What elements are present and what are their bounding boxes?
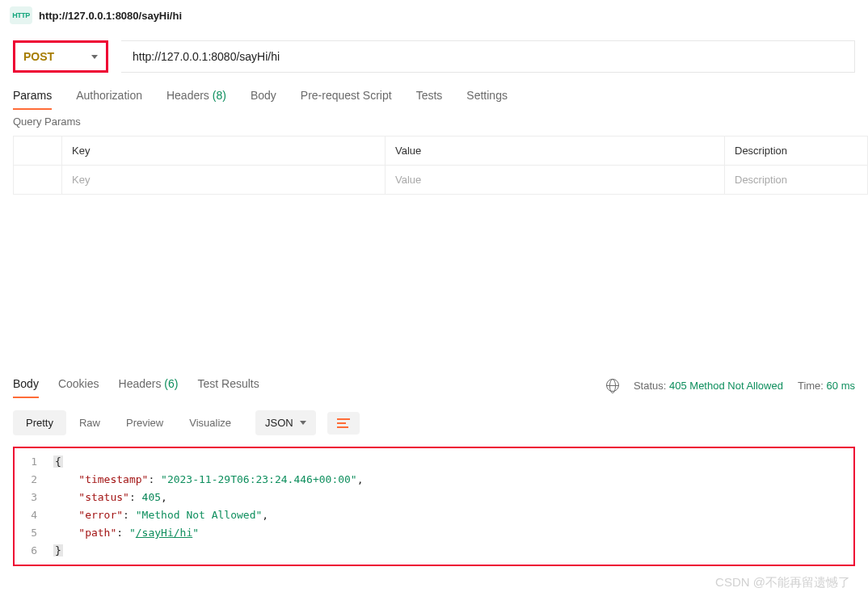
response-tabs: Body Cookies Headers (6) Test Results xyxy=(13,372,279,398)
json-key-status: "status" xyxy=(78,491,129,503)
value-cell[interactable]: Value xyxy=(386,166,725,195)
status-block: Status: 405 Method Not Allowed xyxy=(634,380,783,392)
response-toolbar: Pretty Raw Preview Visualize JSON xyxy=(13,399,855,447)
response-tab-test-results[interactable]: Test Results xyxy=(197,372,259,398)
http-badge-text: HTTP xyxy=(12,11,30,19)
code-line-2: "timestamp": "2023-11-29T06:23:24.446+00… xyxy=(53,471,853,489)
code-content: { "timestamp": "2023-11-29T06:23:24.446+… xyxy=(47,453,853,560)
code-line-4: "error": "Method Not Allowed", xyxy=(53,506,853,524)
wrap-lines-button[interactable] xyxy=(327,412,360,435)
description-header: Description xyxy=(725,136,868,166)
tab-params[interactable]: Params xyxy=(13,84,52,110)
line-numbers: 1 2 3 4 5 6 xyxy=(15,453,47,560)
http-badge-icon: HTTP xyxy=(10,6,32,24)
tab-pre-request[interactable]: Pre-request Script xyxy=(301,84,392,110)
line-number: 3 xyxy=(15,489,37,506)
time-block: Time: 60 ms xyxy=(798,380,855,392)
line-number: 4 xyxy=(15,506,37,524)
checkbox-header xyxy=(14,136,62,166)
json-key-timestamp: "timestamp" xyxy=(78,473,148,485)
response-tab-headers-label: Headers xyxy=(119,377,162,390)
raw-button[interactable]: Raw xyxy=(66,410,113,435)
json-val-error: "Method Not Allowed" xyxy=(136,509,263,521)
response-body-container: 1 2 3 4 5 6 { "timestamp": "2023-11-29T0… xyxy=(13,447,855,566)
response-meta: Status: 405 Method Not Allowed Time: 60 … xyxy=(606,379,855,392)
line-number: 5 xyxy=(15,524,37,542)
line-number: 1 xyxy=(15,453,37,471)
tab-settings[interactable]: Settings xyxy=(466,84,508,110)
response-tab-headers[interactable]: Headers (6) xyxy=(119,372,179,398)
tab-authorization[interactable]: Authorization xyxy=(76,84,142,110)
request-tabs: Params Authorization Headers (8) Body Pr… xyxy=(0,73,868,111)
time-value: 60 ms xyxy=(827,380,855,392)
format-text: JSON xyxy=(265,417,293,429)
json-val-status: 405 xyxy=(142,491,161,503)
tab-header: HTTP http://127.0.0.1:8080/sayHi/hi xyxy=(0,0,868,31)
key-header: Key xyxy=(62,136,386,166)
preview-button[interactable]: Preview xyxy=(113,410,176,435)
params-table: Key Value Description Key Value Descript… xyxy=(13,136,868,195)
json-val-path-q1: " xyxy=(129,527,136,539)
description-cell[interactable]: Description xyxy=(725,166,868,195)
json-key-error: "error" xyxy=(78,509,123,521)
value-header: Value xyxy=(386,136,725,166)
line-number: 6 xyxy=(15,542,37,560)
pretty-button[interactable]: Pretty xyxy=(13,410,66,435)
json-val-path-q2: " xyxy=(192,527,199,539)
json-val-timestamp: "2023-11-29T06:23:24.446+00:00" xyxy=(161,473,357,485)
code-line-5: "path": "/sayHi/hi" xyxy=(53,524,853,542)
key-cell[interactable]: Key xyxy=(62,166,386,195)
tab-headers[interactable]: Headers (8) xyxy=(166,84,226,110)
response-section: Body Cookies Headers (6) Test Results St… xyxy=(0,372,868,566)
query-params-title: Query Params xyxy=(0,111,868,136)
globe-icon[interactable] xyxy=(606,379,619,392)
method-text: POST xyxy=(23,50,54,63)
time-label: Time: xyxy=(798,380,824,392)
table-row[interactable]: Key Value Description xyxy=(14,166,868,195)
tab-headers-count: (8) xyxy=(213,89,226,102)
format-select[interactable]: JSON xyxy=(255,410,316,435)
json-val-path-link: /sayHi/hi xyxy=(136,527,192,539)
code-line-6: } xyxy=(53,542,853,560)
response-header: Body Cookies Headers (6) Test Results St… xyxy=(13,372,855,399)
status-label: Status: xyxy=(634,380,666,392)
http-method-select[interactable]: POST xyxy=(13,40,108,73)
response-tab-body[interactable]: Body xyxy=(13,372,39,398)
tab-headers-label: Headers xyxy=(166,89,209,102)
url-input[interactable] xyxy=(121,40,855,73)
open-brace: { xyxy=(53,456,63,468)
status-value: 405 Method Not Allowed xyxy=(669,380,783,392)
chevron-down-icon xyxy=(300,421,306,425)
code-block[interactable]: 1 2 3 4 5 6 { "timestamp": "2023-11-29T0… xyxy=(15,453,853,560)
close-brace: } xyxy=(53,544,63,556)
code-line-1: { xyxy=(53,453,853,471)
request-row: POST xyxy=(0,31,868,73)
tab-title: http://127.0.0.1:8080/sayHi/hi xyxy=(39,10,182,22)
visualize-button[interactable]: Visualize xyxy=(176,410,244,435)
tab-body[interactable]: Body xyxy=(251,84,276,110)
tab-tests[interactable]: Tests xyxy=(416,84,443,110)
line-number: 2 xyxy=(15,471,37,489)
response-tab-headers-count: (6) xyxy=(164,377,178,390)
json-key-path: "path" xyxy=(78,527,116,539)
table-header-row: Key Value Description xyxy=(14,136,868,166)
chevron-down-icon xyxy=(91,55,98,59)
response-tab-cookies[interactable]: Cookies xyxy=(58,372,99,398)
code-line-3: "status": 405, xyxy=(53,489,853,506)
wrap-lines-icon xyxy=(337,418,350,428)
row-checkbox[interactable] xyxy=(14,166,62,195)
